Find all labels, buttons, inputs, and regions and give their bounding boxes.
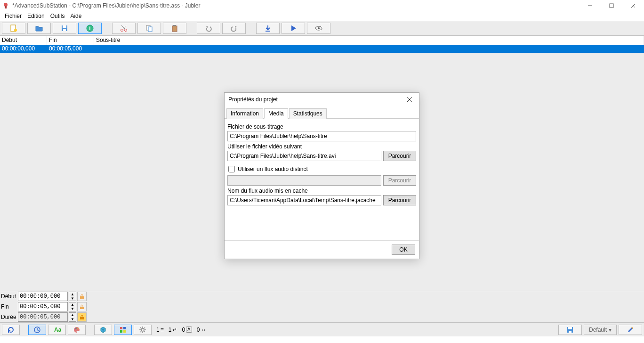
browse-cache-button[interactable]: Parcourir <box>383 195 416 205</box>
dialog-title: Propriétés du projet <box>228 96 404 103</box>
distinct-audio-checkbox[interactable] <box>228 166 235 172</box>
cut-button[interactable] <box>112 23 136 34</box>
svg-point-38 <box>141 328 144 331</box>
svg-line-46 <box>144 327 145 328</box>
distinct-audio-input <box>227 175 381 186</box>
time-start-lock[interactable] <box>77 292 87 301</box>
menu-bar: Fichier Edition Outils Aide <box>0 11 644 21</box>
svg-rect-27 <box>80 307 84 309</box>
time-panel: Début 00:00:00,000 ▲▼ Fin 00:00:05,000 ▲… <box>0 291 644 322</box>
header-subtitle[interactable]: Sous-titre <box>94 36 644 45</box>
copy-button[interactable] <box>137 23 161 34</box>
time-end-spinner[interactable]: ▲▼ <box>69 302 76 311</box>
svg-rect-35 <box>123 327 126 329</box>
subtitle-table-header: Début Fin Sous-titre <box>0 36 644 45</box>
redo-button[interactable] <box>222 23 246 34</box>
cell-start: 00:00:00,000 <box>0 45 47 53</box>
new-file-button[interactable] <box>2 23 25 34</box>
save-bottom-button[interactable] <box>558 325 582 335</box>
svg-rect-34 <box>120 327 122 329</box>
save-file-button[interactable] <box>53 23 76 34</box>
a-marker-icon: A <box>186 327 192 333</box>
menu-help[interactable]: Aide <box>67 12 84 20</box>
main-toolbar: i <box>0 21 644 36</box>
download-button[interactable] <box>256 23 280 34</box>
project-properties-dialog: Propriétés du projet Information Media S… <box>224 92 419 259</box>
clock-button[interactable] <box>28 325 46 335</box>
time-end-lock[interactable] <box>77 302 87 311</box>
svg-rect-18 <box>148 27 152 32</box>
style-default-dropdown[interactable]: Default ▾ <box>584 325 617 335</box>
paste-button[interactable] <box>163 23 186 34</box>
svg-rect-19 <box>172 26 177 32</box>
cell-text <box>94 45 644 53</box>
svg-point-23 <box>318 27 320 29</box>
video-file-input[interactable]: C:\Program Files\Jubler\help\Sans-titre.… <box>227 151 381 161</box>
svg-line-16 <box>121 25 125 29</box>
reload-button[interactable] <box>2 325 20 335</box>
svg-line-15 <box>122 25 126 29</box>
svg-rect-3 <box>610 4 613 8</box>
minimize-button[interactable] <box>579 0 601 11</box>
video-file-label: Utiliser le fichier vidéo suivant <box>227 143 416 150</box>
svg-text:Aa: Aa <box>54 327 61 333</box>
edit-button[interactable] <box>619 325 642 335</box>
time-end-label: Fin <box>0 303 17 310</box>
preview-button[interactable] <box>307 23 330 34</box>
time-duration-spinner[interactable]: ▲▼ <box>69 312 76 322</box>
font-button[interactable]: Aa <box>48 325 66 335</box>
maximize-button[interactable] <box>601 0 622 11</box>
app-icon <box>2 2 9 9</box>
audio-cache-input[interactable]: C:\Users\Ticeman\AppData\Local\Temp\Sans… <box>227 195 381 205</box>
table-row[interactable]: 00:00:00,000 00:00:05,000 <box>0 45 644 53</box>
svg-rect-9 <box>63 25 66 28</box>
ok-button[interactable]: OK <box>392 245 415 255</box>
subtitle-file-input[interactable]: C:\Program Files\Jubler\help\Sans-titre <box>227 131 416 141</box>
svg-point-32 <box>76 327 77 328</box>
menu-file[interactable]: Fichier <box>2 12 24 20</box>
svg-line-44 <box>144 331 145 332</box>
menu-tools[interactable]: Outils <box>48 12 68 20</box>
svg-text:i: i <box>89 25 90 32</box>
time-start-input[interactable]: 00:00:00,000 <box>18 292 68 301</box>
palette-button[interactable] <box>68 325 86 335</box>
tab-media[interactable]: Media <box>264 108 288 119</box>
bottom-toolbar: Aa 1 ≡ 1 ↵ 0 A 0 ↔ Default ▾ <box>0 322 644 336</box>
play-button[interactable] <box>282 23 305 34</box>
svg-line-43 <box>140 327 141 328</box>
menu-edit[interactable]: Edition <box>24 12 48 20</box>
time-start-label: Début <box>0 293 17 300</box>
tab-statistics[interactable]: Statistiques <box>289 108 327 119</box>
svg-point-33 <box>78 328 79 329</box>
time-duration-lock[interactable] <box>77 312 87 322</box>
browse-audio-button: Parcourir <box>383 175 416 186</box>
close-button[interactable] <box>622 0 644 11</box>
time-duration-label: Durée <box>0 314 17 320</box>
header-start[interactable]: Début <box>0 36 47 45</box>
svg-point-0 <box>4 3 8 7</box>
svg-point-7 <box>14 29 17 32</box>
browse-video-button[interactable]: Parcourir <box>383 151 416 161</box>
svg-point-31 <box>75 328 76 329</box>
svg-point-14 <box>125 29 127 32</box>
dialog-close-button[interactable] <box>404 94 415 105</box>
svg-rect-1 <box>5 6 7 8</box>
svg-rect-48 <box>568 327 572 329</box>
time-start-spinner[interactable]: ▲▼ <box>69 292 76 301</box>
info-button[interactable]: i <box>78 23 102 34</box>
status-indicators: 1 ≡ 1 ↵ 0 A 0 ↔ <box>156 327 206 333</box>
open-file-button[interactable] <box>27 23 51 34</box>
time-duration-input: 00:00:05,000 <box>18 312 68 322</box>
window-title: *AdvancedSubStation - C:\Program Files\J… <box>12 2 579 9</box>
cell-end: 00:00:05,000 <box>47 45 94 53</box>
header-end[interactable]: Fin <box>47 36 94 45</box>
time-end-input[interactable]: 00:00:05,000 <box>18 302 68 311</box>
distinct-audio-label: Utiliser un flux audio distinct <box>238 166 308 172</box>
undo-button[interactable] <box>197 23 220 34</box>
cube-button[interactable] <box>94 325 112 335</box>
tab-information[interactable]: Information <box>226 108 263 119</box>
svg-rect-37 <box>123 330 126 333</box>
grid-button[interactable] <box>114 325 132 335</box>
gear-button[interactable] <box>134 325 152 335</box>
svg-rect-28 <box>80 317 84 319</box>
